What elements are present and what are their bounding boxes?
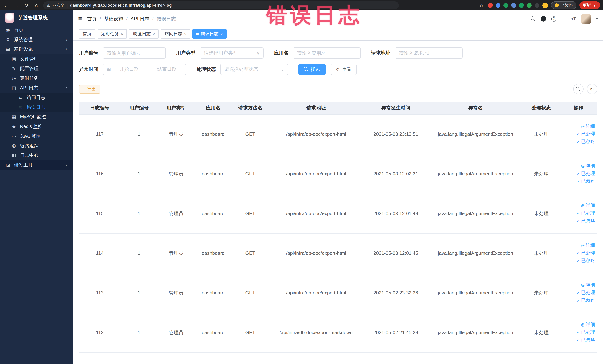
mark-processed-link[interactable]: ✓ 已处理 <box>577 250 595 256</box>
mark-ignored-link[interactable]: ✓ 已忽略 <box>577 178 595 185</box>
mark-ignored-link[interactable]: ✓ 已忽略 <box>577 139 595 145</box>
mark-ignored-link[interactable]: ✓ 已忽略 <box>577 337 595 343</box>
reset-button-label: 重置 <box>342 66 351 73</box>
mark-processed-link[interactable]: ✓ 已处理 <box>577 171 595 177</box>
extension-icon-7[interactable] <box>534 3 539 8</box>
back-icon[interactable]: ← <box>3 2 10 8</box>
sidebar-logo[interactable]: 芋道管理系统 <box>0 10 73 25</box>
sidebar-item-home[interactable]: ◉ 首页 <box>0 25 73 35</box>
fullscreen-icon[interactable] <box>562 16 566 21</box>
check-icon: ✓ <box>577 258 580 263</box>
cell-status: 未处理 <box>523 233 560 273</box>
help-icon[interactable]: ? <box>551 16 557 21</box>
reset-button[interactable]: ↻ 重置 <box>331 64 357 75</box>
sidebar-item-mysql-monitor[interactable]: ▦ MySQL 监控 <box>0 112 73 122</box>
tab-error-log[interactable]: 错误日志 × <box>193 29 227 39</box>
font-size-icon[interactable]: тT <box>571 16 576 21</box>
mark-processed-link[interactable]: ✓ 已处理 <box>577 290 595 296</box>
refresh-table-button[interactable]: ↻ <box>587 84 597 94</box>
sidebar-item-tracing[interactable]: ◎ 链路追踪 <box>0 141 73 151</box>
tab-home[interactable]: 首页 <box>79 29 95 39</box>
sidebar-item-label: 链路追踪 <box>20 143 39 149</box>
date-range-separator: - <box>147 67 149 72</box>
mark-ignored-label: 已忽略 <box>581 297 595 304</box>
tab-scheduled-jobs[interactable]: 定时任务 × <box>97 29 127 39</box>
sidebar-item-java-monitor[interactable]: ▭ Java 监控 <box>0 131 73 141</box>
reload-icon[interactable]: ↻ <box>23 2 30 8</box>
sidebar-item-access-log[interactable]: ▱ 访问日志 <box>0 93 73 102</box>
hamburger-icon[interactable]: ≡ <box>78 15 82 23</box>
detail-link[interactable]: ◎ 详细 <box>581 123 595 129</box>
sidebar-item-file-manage[interactable]: ▣ 文件管理 <box>0 54 73 64</box>
close-icon[interactable]: × <box>184 32 187 36</box>
user-type-select[interactable]: 请选择用户类型 ∨ <box>200 47 264 59</box>
github-icon[interactable] <box>541 16 546 22</box>
browser-menu-kebab-icon[interactable]: ⋮ <box>593 3 597 8</box>
tab-schedule-log[interactable]: 调度日志 × <box>129 29 159 39</box>
extension-icon-5[interactable] <box>519 3 524 8</box>
sidebar-item-log-center[interactable]: ◧ 日志中心 <box>0 151 73 160</box>
request-url-input[interactable] <box>395 47 463 59</box>
extension-icon-3[interactable] <box>503 3 508 8</box>
tab-access-log[interactable]: 访问日志 × <box>161 29 190 39</box>
sidebar-item-redis-monitor[interactable]: ◆ Redis 监控 <box>0 122 73 131</box>
detail-link-label: 详细 <box>586 123 595 129</box>
breadcrumb-home[interactable]: 首页 <box>87 15 97 22</box>
breadcrumb-infra[interactable]: 基础设施 <box>104 15 123 22</box>
check-icon: ✓ <box>577 219 580 224</box>
toggle-search-button[interactable] <box>573 84 583 94</box>
cell-exception-time: 2021-05-03 23:13:51 <box>363 114 428 154</box>
sidebar-item-scheduled-jobs[interactable]: ◷ 定时任务 <box>0 73 73 83</box>
sidebar-item-error-log[interactable]: ▨ 错误日志 <box>0 102 73 112</box>
extension-icon-6[interactable] <box>527 3 532 8</box>
exception-time-range-picker[interactable]: ▦ 开始日期 - 结束日期 <box>103 64 186 75</box>
search-icon[interactable] <box>531 16 535 21</box>
breadcrumb-api-log[interactable]: API 日志 <box>130 15 149 22</box>
close-icon[interactable]: × <box>121 32 123 36</box>
detail-link[interactable]: ◎ 详细 <box>581 163 595 169</box>
user-id-input[interactable] <box>103 47 166 59</box>
process-status-select[interactable]: 请选择处理状态 ∨ <box>220 64 288 75</box>
update-button[interactable]: 更新 ⋮ <box>579 1 600 9</box>
avatar-caret-down-icon[interactable]: ▾ <box>596 17 598 21</box>
user-avatar[interactable] <box>581 14 591 23</box>
profile-avatar-icon[interactable] <box>542 2 548 8</box>
bookmark-star-icon[interactable]: ☆ <box>478 2 485 8</box>
detail-link[interactable]: ◎ 详细 <box>581 202 595 209</box>
sidebar-item-system[interactable]: ⚙ 系统管理 ∨ <box>0 35 73 45</box>
table-row: 117 1 管理员 dashboard GET /api/infra/db-do… <box>79 114 597 154</box>
mark-ignored-link[interactable]: ✓ 已忽略 <box>577 218 595 224</box>
browser-home-icon[interactable]: ⌂ <box>33 2 40 8</box>
extension-icon-4[interactable] <box>511 3 516 8</box>
detail-link[interactable]: ◎ 详细 <box>581 242 595 248</box>
export-button[interactable]: ↓ 导出 <box>79 84 100 94</box>
sidebar-item-api-log[interactable]: ◫ API 日志 ∧ <box>0 83 73 93</box>
search-button[interactable]: 搜索 <box>299 64 325 75</box>
detail-link[interactable]: ◎ 详细 <box>581 282 595 288</box>
sidebar-item-dev-tools[interactable]: ◪ 研发工具 ∨ <box>0 160 73 170</box>
cell-exception-time: 2021-05-03 12:02:31 <box>363 154 428 194</box>
detail-link[interactable]: ◎ 详细 <box>581 322 595 328</box>
mark-processed-label: 已处理 <box>581 250 595 256</box>
paused-badge[interactable]: 已暂停 <box>551 1 576 9</box>
app-name-input[interactable] <box>293 47 361 59</box>
mark-processed-link[interactable]: ✓ 已处理 <box>577 131 595 137</box>
sidebar-item-config-manage[interactable]: ✎ 配置管理 <box>0 64 73 73</box>
chevron-down-icon: ∨ <box>65 163 68 167</box>
mark-ignored-link[interactable]: ✓ 已忽略 <box>577 297 595 304</box>
mark-processed-link[interactable]: ✓ 已处理 <box>577 329 595 336</box>
cell-exception-name: java.lang.IllegalArgumentException <box>428 273 523 313</box>
sidebar-item-infra[interactable]: ▤ 基础设施 ∧ <box>0 45 73 54</box>
close-icon[interactable]: × <box>152 32 155 36</box>
forward-icon[interactable]: → <box>13 2 20 8</box>
cell-log-id: 113 <box>79 273 120 313</box>
user-type-placeholder: 请选择用户类型 <box>204 50 255 56</box>
mark-ignored-link[interactable]: ✓ 已忽略 <box>577 258 595 264</box>
address-bar[interactable]: ⚠ 不安全 | dashboard.yudao.iocoder.cn/infra… <box>43 1 399 9</box>
extension-icon-2[interactable] <box>496 3 500 8</box>
extension-icon-1[interactable] <box>488 3 493 8</box>
col-status: 处理状态 <box>523 102 560 114</box>
mark-processed-link[interactable]: ✓ 已处理 <box>577 210 595 217</box>
mark-processed-label: 已处理 <box>581 290 595 296</box>
close-icon[interactable]: × <box>220 32 223 36</box>
